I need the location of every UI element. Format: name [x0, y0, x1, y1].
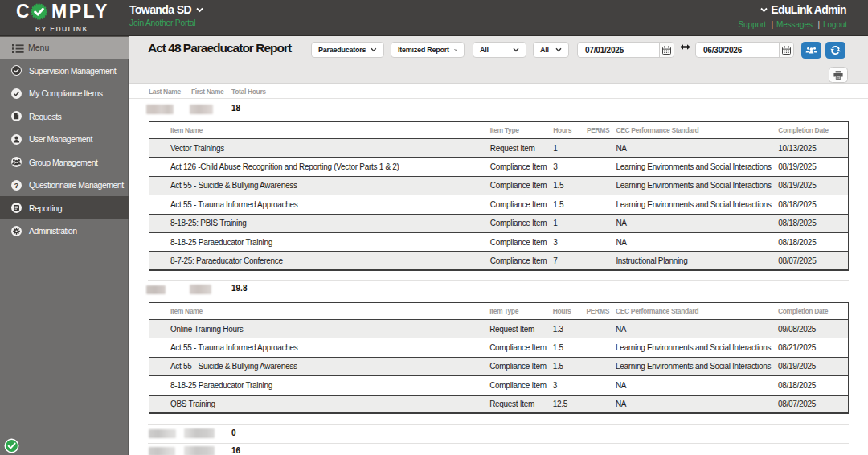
- svg-text:?: ?: [14, 180, 19, 189]
